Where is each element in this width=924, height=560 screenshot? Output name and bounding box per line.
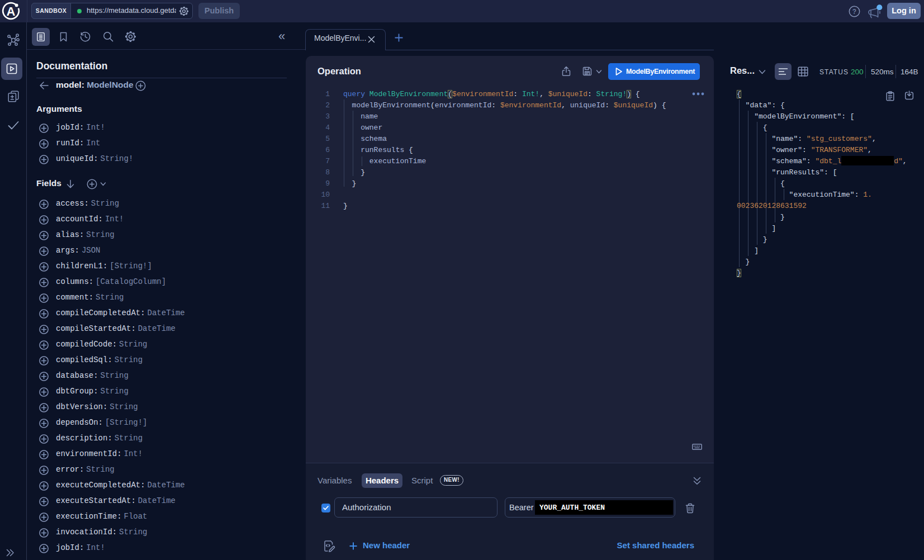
svg-text:?: ? xyxy=(852,8,856,16)
svg-text:A: A xyxy=(7,4,16,18)
